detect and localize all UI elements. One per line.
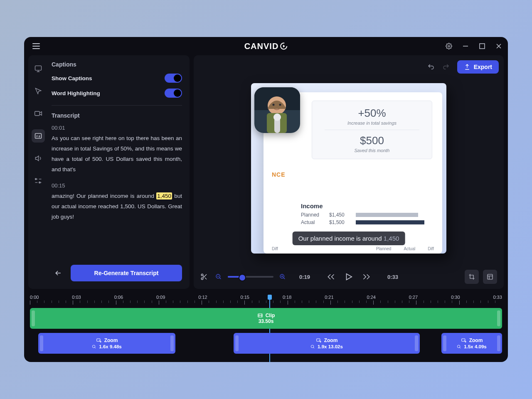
svg-point-15 <box>201 278 203 280</box>
caption-overlay: Our planned income is around 1,450 <box>293 232 405 245</box>
titlebar: CANVID <box>24 37 508 55</box>
speaker-icon[interactable] <box>32 152 45 165</box>
maximize-button[interactable] <box>479 43 485 49</box>
svg-point-13 <box>279 104 281 106</box>
clip-track[interactable]: Clip 33.50s <box>30 308 502 329</box>
svg-rect-2 <box>480 44 485 49</box>
clip-handle-right[interactable] <box>497 310 500 326</box>
effects-icon[interactable] <box>32 174 45 187</box>
app-window: CANVID <box>24 37 508 362</box>
svg-point-23 <box>311 345 313 347</box>
svg-point-25 <box>458 345 460 347</box>
total-time: 0:33 <box>387 274 398 280</box>
zoom-segment-3[interactable]: Zoom 1.5x 4.09s <box>441 333 502 354</box>
layout-icon[interactable] <box>483 270 497 284</box>
highlighted-word: 1,450 <box>156 192 172 200</box>
zoom-segment-2[interactable]: Zoom 1.9x 13.02s <box>234 333 420 354</box>
clip-icon <box>257 313 263 318</box>
clip-handle-left[interactable] <box>32 310 35 326</box>
show-captions-label: Show Captions <box>52 75 92 81</box>
show-captions-toggle[interactable] <box>165 74 182 83</box>
svg-point-14 <box>201 274 203 276</box>
camera-icon[interactable] <box>32 107 45 120</box>
crop-icon[interactable] <box>465 270 479 284</box>
main-area: Captions Show Captions Word Highlighting… <box>24 55 508 292</box>
back-icon[interactable] <box>52 266 65 280</box>
forward-icon[interactable] <box>362 273 371 281</box>
svg-point-11 <box>273 113 281 121</box>
menu-icon[interactable] <box>30 41 42 52</box>
close-button[interactable] <box>495 43 502 49</box>
svg-rect-3 <box>35 66 42 70</box>
nce-label: NCE <box>272 171 286 178</box>
svg-point-21 <box>93 345 95 347</box>
zoom-icon <box>316 337 322 343</box>
preview-panel: Export <box>194 55 504 289</box>
captions-icon[interactable] <box>32 129 45 143</box>
svg-point-12 <box>273 104 275 106</box>
svg-rect-4 <box>35 111 40 116</box>
timeline[interactable]: 0:000:030:060:090:120:150:180:210:240:27… <box>24 292 508 362</box>
media-icon[interactable] <box>32 62 45 75</box>
play-logo-icon <box>279 42 288 50</box>
app-logo: CANVID <box>244 42 288 51</box>
transcript-title: Transcript <box>52 112 182 119</box>
captions-title: Captions <box>52 61 182 68</box>
svg-rect-5 <box>35 133 42 138</box>
rewind-icon[interactable] <box>327 273 335 281</box>
zoom-icon <box>461 337 467 343</box>
zoom-out-icon[interactable] <box>215 273 222 280</box>
transcript-time-2: 00:15 <box>52 182 182 189</box>
word-highlight-toggle[interactable] <box>165 89 182 98</box>
playback-toolbar: 0:19 0:33 <box>199 267 499 284</box>
tool-rail <box>28 55 48 289</box>
word-highlight-label: Word Highlighting <box>52 90 100 96</box>
left-panel: Captions Show Captions Word Highlighting… <box>28 55 190 289</box>
income-block: Income Planned$1,450 Actual$1,500 <box>301 202 430 227</box>
time-ruler: 0:000:030:060:090:120:150:180:210:240:27… <box>30 295 502 300</box>
minimize-button[interactable] <box>462 43 469 49</box>
stat-card: +50% Increase in total savings $500 Save… <box>312 101 432 159</box>
cursor-icon[interactable] <box>32 84 45 98</box>
transcript-text-2[interactable]: amazing! Our planned income is around 1,… <box>52 191 182 222</box>
video-preview[interactable]: +50% Increase in total savings $500 Save… <box>199 69 499 267</box>
zoom-slider[interactable] <box>228 276 273 278</box>
settings-icon[interactable] <box>446 43 452 49</box>
webcam-overlay <box>254 87 300 133</box>
captions-panel: Captions Show Captions Word Highlighting… <box>48 55 190 289</box>
svg-point-1 <box>448 45 450 47</box>
transcript-time-1: 00:01 <box>52 125 182 131</box>
cut-icon[interactable] <box>200 273 208 281</box>
svg-rect-18 <box>488 274 493 279</box>
zoom-segment-1[interactable]: Zoom 1.6x 9.48s <box>38 333 175 354</box>
zoom-in-icon[interactable] <box>279 273 286 280</box>
play-icon[interactable] <box>344 272 353 281</box>
zoom-icon <box>96 337 102 343</box>
regenerate-transcript-button[interactable]: Re-Generate Transcript <box>71 265 182 281</box>
current-time: 0:19 <box>299 274 310 280</box>
transcript-text-1[interactable]: As you can see right here on top there h… <box>52 133 182 175</box>
